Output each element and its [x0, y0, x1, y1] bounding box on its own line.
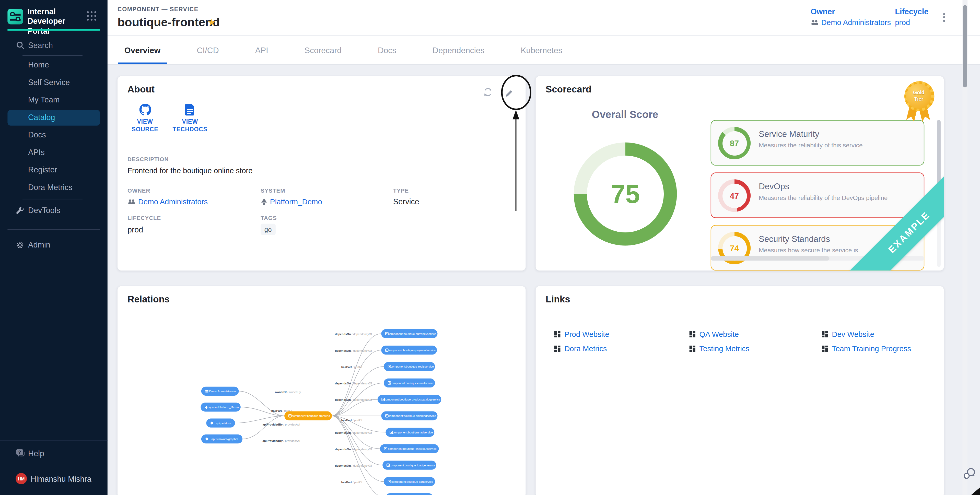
graph-node-component-boutique-cartservice[interactable]: component:boutique-cartservice [384, 477, 435, 486]
owner-link[interactable]: Demo Administrators [811, 18, 891, 27]
graph-node-system-platform-demo[interactable]: system:Platform_Demo [200, 403, 241, 411]
graph-edge-label: dependsOn / dependencyOf [335, 448, 372, 451]
scorecard-item-donut: 47 [718, 179, 751, 212]
graph-node-component-boutique-adservice[interactable]: component:boutique-adservice [385, 428, 434, 437]
owner-field-link[interactable]: Demo Administrators [127, 197, 208, 206]
tab-ci-cd[interactable]: CI/CD [191, 35, 225, 64]
more-menu-icon[interactable] [939, 12, 949, 24]
graph-node-component-boutique-redisservice[interactable]: component:boutique-redisservice [384, 362, 435, 371]
entity-header: COMPONENT — SERVICE boutique-frontend ★ … [108, 0, 980, 35]
scorecard-item-security-standards[interactable]: 74Security StandardsMeasures how secure … [711, 225, 924, 271]
graph-edge-label: hasPart / partOf [341, 481, 363, 484]
graph-node-demo-administrators[interactable]: Demo Administrators [201, 387, 239, 396]
link-testing-metrics[interactable]: Testing Metrics [689, 344, 822, 353]
graph-node-component-boutique-loadgenerator[interactable]: component:boutique-loadgenerator [382, 461, 436, 470]
graph-node-component-boutique-checkoutservice[interactable]: component:boutique-checkoutservice [380, 444, 439, 453]
scorecard-item-devops[interactable]: 47DevOpsMeasures the reliability of the … [711, 172, 924, 218]
tab-scorecard[interactable]: Scorecard [298, 35, 348, 64]
owner-value: Demo Administrators [821, 18, 891, 27]
svg-text:Demo Administrators: Demo Administrators [209, 390, 237, 393]
search-underline [22, 55, 83, 56]
brand-title: Internal Developer Portal [28, 7, 85, 36]
sidebar-item-catalog[interactable]: Catalog [7, 110, 100, 125]
avatar: HM [16, 473, 27, 484]
dashboard-icon [822, 345, 828, 352]
system-field-link[interactable]: Platform_Demo [261, 197, 322, 206]
page-scrollbar-thumb[interactable] [963, 5, 967, 88]
sidebar-item-apis[interactable]: APIs [0, 144, 108, 161]
link-team-training-progress[interactable]: Team Training Progress [822, 344, 911, 353]
edit-pencil-icon[interactable] [505, 89, 513, 100]
graph-node-component-boutique-frontend[interactable]: component:boutique-frontend [284, 411, 332, 420]
graph-node-component-boutique-paymentservice[interactable]: component:boutique-paymentservice [381, 345, 437, 355]
sidebar-item-devtools[interactable]: DevTools [0, 202, 108, 220]
graph-node-component-boutique-emailservice[interactable]: component:boutique-emailservice [384, 379, 435, 387]
svg-text:component:boutique-loadgenerat: component:boutique-loadgenerator [389, 464, 435, 467]
tab-overview[interactable]: Overview [118, 35, 167, 64]
graph-node-component-boutique-currencyservice[interactable]: component:boutique-currencyservice [381, 329, 438, 338]
scorecard-item-name: Security Standards [759, 234, 830, 244]
lifecycle-field-label: LIFECYCLE [127, 215, 161, 221]
tab-docs[interactable]: Docs [371, 35, 402, 64]
chat-feedback-icon[interactable] [963, 467, 976, 482]
view-source-button[interactable]: VIEW SOURCE [126, 104, 164, 133]
overall-score-donut: 75 [574, 143, 677, 246]
scorecard-item-service-maturity[interactable]: 87Service MaturityMeasures the reliabili… [711, 120, 924, 166]
favorite-star-icon[interactable]: ★ [207, 17, 216, 28]
dashboard-icon [689, 345, 695, 352]
sidebar-item-register[interactable]: Register [0, 161, 108, 179]
tab-kubernetes[interactable]: Kubernetes [514, 35, 569, 64]
svg-text:component:boutique-emailservic: component:boutique-emailservice [390, 382, 434, 385]
graph-edge [242, 416, 284, 439]
sidebar-bottom-divider [0, 440, 108, 440]
svg-text:component:boutique-redisservic: component:boutique-redisservice [391, 365, 434, 368]
graph-node-partial[interactable] [385, 493, 433, 495]
tag-chip[interactable]: go [261, 224, 275, 235]
scorecard-item-donut: 87 [718, 127, 751, 159]
graph-node-api-starwars-graphql[interactable]: api:starwars-graphql [201, 435, 242, 443]
graph-edge [235, 416, 284, 423]
link-qa-website[interactable]: QA Website [689, 330, 822, 339]
svg-text:api:petstore: api:petstore [216, 422, 231, 425]
dashboard-icon [554, 345, 560, 352]
tab-api[interactable]: API [249, 35, 274, 64]
graph-edge-label: dependsOn / dependencyOf [335, 464, 372, 467]
sidebar-item-my-team[interactable]: My Team [0, 91, 108, 109]
sidebar-item-admin[interactable]: Admin [0, 236, 108, 254]
graph-node-component-boutique-shippingservice[interactable]: component:boutique-shippingservice [381, 411, 438, 420]
scorecard-horizontal-scrollbar[interactable] [711, 256, 924, 261]
scorecard-item-description: Measures how secure the service is [759, 247, 858, 254]
svg-text:?: ? [18, 450, 21, 455]
sidebar-item-docs[interactable]: Docs [0, 126, 108, 144]
graph-edge-label: apiProvidedBy / providesApi [262, 439, 300, 442]
tab-dependencies[interactable]: Dependencies [426, 35, 491, 64]
sidebar-item-home[interactable]: Home [0, 56, 108, 74]
graph-node-component-boutique-productcatalogservice[interactable]: component:boutique-productcatalogservice [378, 395, 441, 404]
graph-edge [332, 366, 384, 416]
sidebar-search[interactable]: Search [0, 38, 108, 55]
sidebar-item-help[interactable]: ? Help [0, 445, 108, 463]
sidebar-item-dora-metrics[interactable]: Dora Metrics [0, 179, 108, 196]
svg-text:component:boutique-currencyser: component:boutique-currencyservice [388, 332, 436, 335]
header-owner: Owner Demo Administrators [811, 7, 891, 27]
link-prod-website[interactable]: Prod Website [554, 330, 689, 339]
view-techdocs-button[interactable]: VIEW TECHDOCS [171, 104, 209, 133]
refresh-icon[interactable] [483, 88, 493, 99]
portal-logo-icon [7, 9, 23, 24]
link-dev-website[interactable]: Dev Website [822, 330, 911, 339]
page-scrollbar[interactable] [963, 0, 968, 495]
scorecard-vertical-scrollbar[interactable] [937, 120, 941, 267]
user-menu[interactable]: HM Himanshu Mishra [0, 470, 108, 489]
scorecard-items: 87Service MaturityMeasures the reliabili… [711, 120, 924, 271]
scorecard-title: Scorecard [546, 84, 592, 94]
github-icon [139, 104, 151, 115]
description-label: DESCRIPTION [127, 156, 169, 162]
owner-field-label: OWNER [127, 188, 150, 194]
svg-text:api:starwars-graphql: api:starwars-graphql [211, 438, 238, 441]
link-dora-metrics[interactable]: Dora Metrics [554, 344, 689, 353]
app-switcher-icon[interactable] [87, 11, 96, 21]
graph-node-api-petstore[interactable]: api:petstore [206, 419, 235, 428]
overview-content: About [108, 65, 980, 495]
relations-graph[interactable]: ownerOf / ownedByhasPart / partOfapiProv… [118, 286, 526, 495]
sidebar-item-self-service[interactable]: Self Service [0, 74, 108, 91]
